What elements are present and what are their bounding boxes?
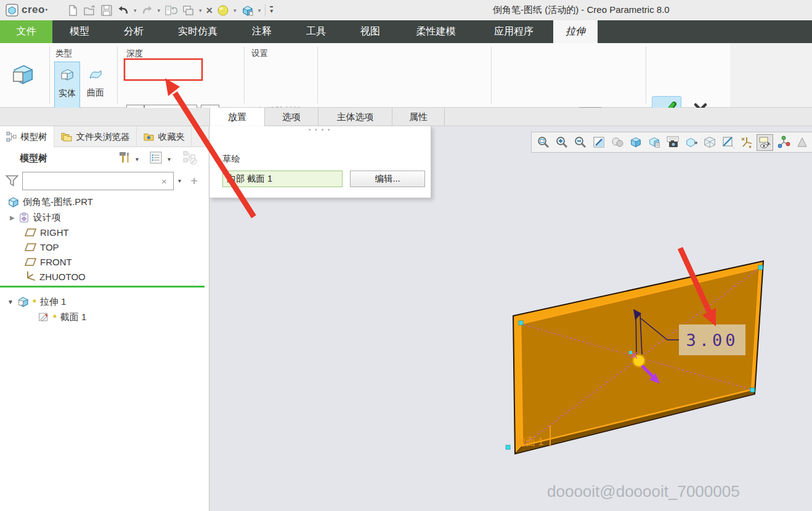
tab-favorites[interactable]: 收藏夹 bbox=[137, 126, 192, 147]
tab-flexible-modeling[interactable]: 柔性建模 bbox=[397, 20, 474, 43]
tree-row-front-plane[interactable]: FRONT bbox=[25, 255, 72, 268]
clear-search-icon[interactable]: × bbox=[161, 176, 167, 187]
ribbon-tab-bar: 文件 模型 分析 实时仿真 注释 工具 视图 柔性建模 应用程序 拉伸 bbox=[0, 20, 812, 43]
open-icon[interactable] bbox=[83, 4, 96, 17]
redo-icon[interactable] bbox=[141, 4, 153, 17]
filter-funnel-icon[interactable] bbox=[5, 174, 19, 188]
shading-quality-button[interactable] bbox=[609, 134, 625, 151]
tree-label: ZHUOTOO bbox=[39, 272, 86, 282]
tree-row-csys[interactable]: ZHUOTOO bbox=[25, 270, 86, 283]
tab-view[interactable]: 视图 bbox=[343, 20, 397, 43]
dashboard-tab-properties[interactable]: 属性 bbox=[392, 108, 445, 126]
solid-label: 实体 bbox=[59, 88, 76, 99]
edit-sketch-button[interactable]: 编辑... bbox=[350, 171, 425, 187]
add-filter-icon[interactable]: + bbox=[190, 174, 198, 188]
capture-image-button[interactable] bbox=[664, 134, 681, 151]
tree-tools-icon[interactable] bbox=[117, 150, 132, 165]
navigator-panel: 模型树 文件夹浏览器 收藏夹 模型树 ▾ ▾ × ▾ + 倒角笔-图纸.PRT … bbox=[0, 126, 209, 511]
surface-label: 曲面 bbox=[87, 87, 104, 99]
tree-row-design-items[interactable]: ▶ 设计项 bbox=[10, 211, 61, 224]
annotation-display-button[interactable] bbox=[757, 134, 773, 151]
zoom-window-button[interactable] bbox=[535, 134, 551, 151]
logo-text: creo· bbox=[22, 4, 49, 16]
saved-orientations-button[interactable] bbox=[646, 134, 662, 151]
tree-filter-caret-icon[interactable]: ▾ bbox=[168, 156, 171, 163]
datum-plane-icon bbox=[25, 257, 36, 267]
customize-toolbar-icon[interactable]: ▾ bbox=[270, 6, 273, 14]
tree-hide-icon bbox=[182, 150, 198, 166]
tab-tools[interactable]: 工具 bbox=[289, 20, 343, 43]
insert-indicator-line[interactable] bbox=[0, 286, 205, 288]
regen-asterisk-icon: * bbox=[33, 297, 36, 307]
zoom-out-button[interactable] bbox=[572, 134, 588, 151]
save-icon[interactable] bbox=[100, 4, 113, 17]
tree-search-input[interactable] bbox=[22, 172, 174, 190]
tree-row-top-plane[interactable]: TOP bbox=[25, 240, 59, 254]
tab-extrude-active[interactable]: 拉伸 bbox=[553, 20, 598, 43]
solid-icon bbox=[59, 67, 75, 83]
tab-live-simulation[interactable]: 实时仿真 bbox=[161, 20, 235, 43]
tree-label: 截面 1 bbox=[60, 312, 87, 323]
tree-filter-list-icon[interactable] bbox=[149, 151, 163, 164]
repaint-button[interactable] bbox=[590, 134, 607, 151]
dashboard-tab-body-options[interactable]: 主体选项 bbox=[319, 108, 392, 126]
graphics-area[interactable]: 截面 1 3.00 bbox=[209, 126, 812, 511]
tree-row-extrude[interactable]: ▼ * 拉伸 1 bbox=[7, 295, 66, 308]
model-tree-header: 模型树 bbox=[20, 153, 47, 164]
dashboard-tab-options[interactable]: 选项 bbox=[265, 108, 319, 126]
undo-caret-icon[interactable]: ▾ bbox=[134, 7, 137, 14]
qat-separator bbox=[265, 4, 266, 17]
window-title: 倒角笔-图纸 (活动的) - Creo Parametric 8.0 bbox=[493, 4, 670, 16]
appearance-caret-icon[interactable]: ▾ bbox=[233, 7, 237, 14]
tree-label: TOP bbox=[40, 242, 59, 252]
collapse-icon[interactable]: ▼ bbox=[7, 299, 14, 305]
expand-icon[interactable]: ▶ bbox=[10, 214, 15, 221]
model-tree-icon bbox=[6, 131, 17, 142]
model-tree-tab-label: 模型树 bbox=[20, 131, 47, 143]
view-style-caret-icon[interactable]: ▾ bbox=[258, 7, 261, 14]
datum-plane-icon bbox=[25, 243, 36, 252]
tab-folder-browser[interactable]: 文件夹浏览器 bbox=[54, 126, 137, 147]
tree-tools-caret-icon[interactable]: ▾ bbox=[136, 156, 139, 163]
appearance-icon[interactable] bbox=[217, 4, 229, 17]
zoom-in-button[interactable] bbox=[553, 134, 570, 151]
dashboard-tab-row: 放置 选项 主体选项 属性 bbox=[0, 108, 812, 126]
new-view-button[interactable] bbox=[683, 134, 699, 151]
coordinate-system-icon bbox=[25, 271, 36, 282]
tab-applications[interactable]: 应用程序 bbox=[474, 20, 553, 43]
perspective-view-button[interactable] bbox=[701, 134, 718, 151]
tree-row-part[interactable]: 倒角笔-图纸.PRT bbox=[7, 195, 93, 209]
dimension-value-text[interactable]: 3.00 bbox=[686, 331, 738, 350]
windows-icon[interactable] bbox=[182, 4, 195, 17]
section-view-button[interactable] bbox=[720, 134, 736, 151]
datum-display-button[interactable] bbox=[738, 134, 755, 151]
surface-icon bbox=[87, 66, 104, 82]
tab-analysis[interactable]: 分析 bbox=[107, 20, 161, 43]
new-file-icon[interactable] bbox=[67, 4, 79, 17]
panel-drag-handle[interactable]: ■ ■ ■ ■ bbox=[209, 127, 431, 131]
redo-caret-icon[interactable]: ▾ bbox=[158, 7, 161, 14]
search-caret-icon[interactable]: ▾ bbox=[178, 177, 181, 184]
windows-caret-icon[interactable]: ▾ bbox=[199, 7, 202, 14]
ribbon-empty-area bbox=[730, 43, 812, 107]
spin-center-button[interactable] bbox=[775, 134, 792, 151]
tab-annotate[interactable]: 注释 bbox=[235, 20, 289, 43]
clipped-toolbar-icon[interactable] bbox=[794, 134, 810, 151]
sketch-collector-input[interactable] bbox=[222, 171, 343, 187]
dashboard-tab-placement[interactable]: 放置 bbox=[209, 108, 265, 127]
display-style-button[interactable] bbox=[627, 134, 644, 151]
regenerate-icon[interactable] bbox=[164, 4, 177, 17]
solid-type-button[interactable]: 实体 bbox=[54, 62, 80, 108]
view-style-icon[interactable] bbox=[241, 4, 254, 17]
part-cube-icon bbox=[7, 196, 19, 208]
tree-label: 倒角笔-图纸.PRT bbox=[23, 196, 93, 208]
tab-file[interactable]: 文件 bbox=[0, 20, 52, 43]
tab-model-tree[interactable]: 模型树 bbox=[0, 126, 54, 148]
sketch-tag-text: 截面 1 bbox=[516, 437, 543, 447]
close-window-icon[interactable]: × bbox=[206, 5, 213, 16]
undo-icon[interactable] bbox=[117, 4, 129, 17]
tree-row-right-plane[interactable]: RIGHT bbox=[25, 225, 69, 239]
tab-model[interactable]: 模型 bbox=[52, 20, 107, 43]
tree-row-section[interactable]: * 截面 1 bbox=[38, 310, 86, 324]
surface-type-button[interactable]: 曲面 bbox=[83, 62, 108, 108]
